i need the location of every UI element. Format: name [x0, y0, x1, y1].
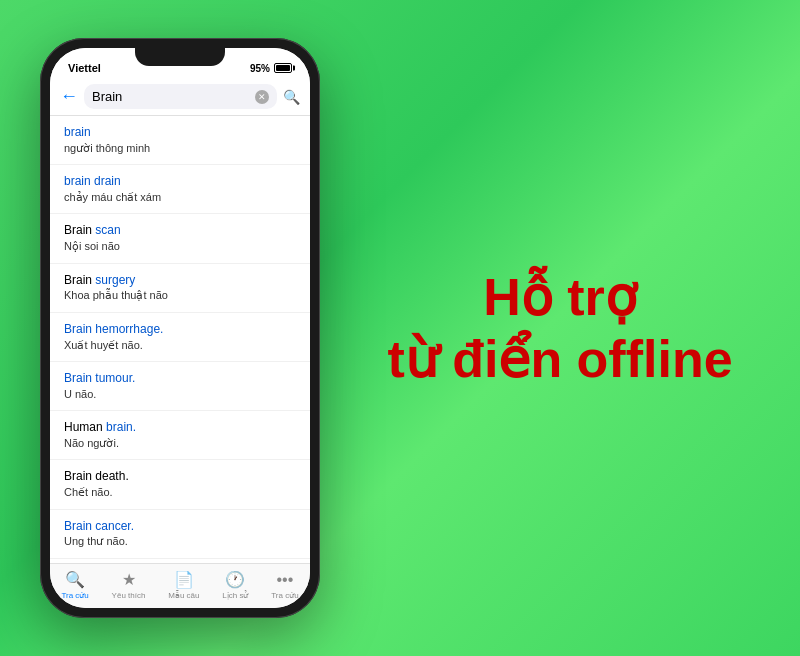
list-item[interactable]: Brain scan Nội soi não — [50, 214, 310, 263]
search-input-box[interactable]: Brain ✕ — [84, 84, 277, 109]
tab-search[interactable]: 🔍 Tra cứu — [61, 570, 88, 600]
term-black: Human — [64, 420, 106, 434]
carrier-label: Viettel — [68, 62, 101, 74]
result-term: Brain surgery — [64, 272, 296, 289]
result-term: Human brain. — [64, 419, 296, 436]
list-item[interactable]: Brain hemorrhage. Xuất huyết não. — [50, 313, 310, 362]
tab-history[interactable]: 🕐 Lịch sử — [222, 570, 248, 600]
back-button[interactable]: ← — [60, 86, 78, 107]
result-term: Brain tumour. — [64, 370, 296, 387]
result-definition: Ung thư não. — [64, 534, 296, 549]
list-item[interactable]: Brain tumour. U não. — [50, 362, 310, 411]
promo-line2: từ điển offline — [387, 330, 732, 388]
result-term: Brain hemorrhage. — [64, 321, 296, 338]
status-right: 95% — [250, 63, 292, 74]
search-query-text: Brain — [92, 89, 249, 104]
result-definition: Xuất huyết não. — [64, 338, 296, 353]
result-term: brain drain — [64, 173, 296, 190]
list-item[interactable]: Brain cancer. Ung thư não. — [50, 510, 310, 559]
battery-percentage: 95% — [250, 63, 270, 74]
search-bar: ← Brain ✕ 🔍 — [50, 78, 310, 116]
tab-favorites[interactable]: ★ Yêu thích — [112, 570, 146, 600]
result-definition: Nội soi não — [64, 239, 296, 254]
promo-line1: Hỗ trợ — [483, 268, 637, 326]
term-black: Brain — [64, 273, 92, 287]
result-definition: chảy máu chất xám — [64, 190, 296, 205]
tab-history-label: Lịch sử — [222, 591, 248, 600]
result-term: brain — [64, 124, 296, 141]
result-definition: U não. — [64, 387, 296, 402]
result-definition: Não người. — [64, 436, 296, 451]
phone-screen: Viettel 95% ← Brain ✕ 🔍 — [50, 48, 310, 608]
battery-fill — [276, 65, 290, 71]
more-tab-icon: ••• — [276, 571, 293, 589]
results-list: brain người thông minh brain drain chảy … — [50, 116, 310, 563]
tab-more-label: Tra cứu — [271, 591, 298, 600]
tab-search-label: Tra cứu — [61, 591, 88, 600]
tab-favorites-label: Yêu thích — [112, 591, 146, 600]
search-tab-icon: 🔍 — [65, 570, 85, 589]
result-term: Brain death. — [64, 468, 296, 485]
promo-section: Hỗ trợ từ điển offline — [360, 246, 760, 411]
list-item[interactable]: Brain death. Chết não. — [50, 460, 310, 509]
list-item[interactable]: brain người thông minh — [50, 116, 310, 165]
result-definition: Khoa phẫu thuật não — [64, 288, 296, 303]
search-icon[interactable]: 🔍 — [283, 89, 300, 105]
phone-notch — [135, 48, 225, 66]
page-container: Viettel 95% ← Brain ✕ 🔍 — [0, 18, 800, 638]
battery-icon — [274, 63, 292, 73]
doc-tab-icon: 📄 — [174, 570, 194, 589]
result-definition: người thông minh — [64, 141, 296, 156]
star-tab-icon: ★ — [122, 570, 136, 589]
phone-frame: Viettel 95% ← Brain ✕ 🔍 — [40, 38, 320, 618]
list-item[interactable]: Brain surgery Khoa phẫu thuật não — [50, 264, 310, 313]
clear-button[interactable]: ✕ — [255, 90, 269, 104]
tab-sentences[interactable]: 📄 Mẫu câu — [168, 570, 199, 600]
term-black: Brain — [64, 223, 92, 237]
result-term: Brain scan — [64, 222, 296, 239]
result-definition: Chết não. — [64, 485, 296, 500]
tab-more[interactable]: ••• Tra cứu — [271, 571, 298, 600]
tab-bar: 🔍 Tra cứu ★ Yêu thích 📄 Mẫu câu 🕐 Lịch s… — [50, 563, 310, 608]
result-term: Brain cancer. — [64, 518, 296, 535]
history-tab-icon: 🕐 — [225, 570, 245, 589]
list-item[interactable]: Human brain. Não người. — [50, 411, 310, 460]
tab-sentences-label: Mẫu câu — [168, 591, 199, 600]
list-item[interactable]: brain drain chảy máu chất xám — [50, 165, 310, 214]
promo-heading: Hỗ trợ từ điển offline — [387, 266, 732, 391]
